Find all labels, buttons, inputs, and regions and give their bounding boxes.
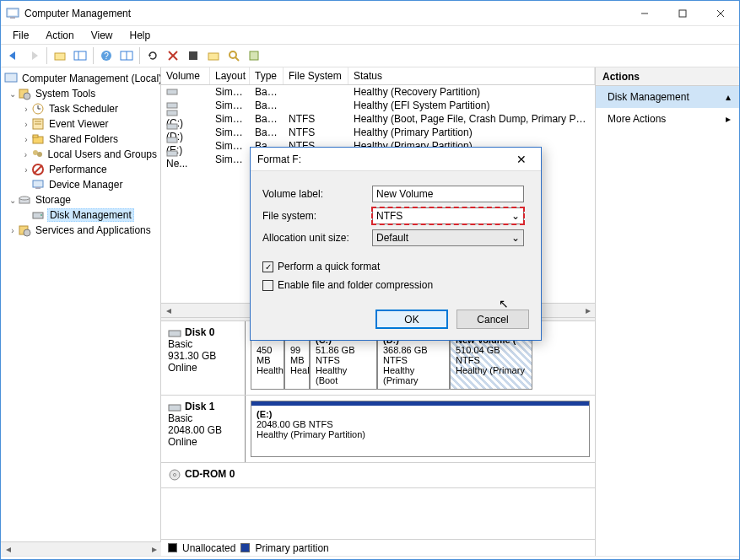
svg-marker-8	[32, 51, 38, 60]
expand-icon[interactable]: ›	[21, 105, 31, 114]
volume-row[interactable]: SimpleBasicHealthy (EFI System Partition…	[161, 99, 595, 112]
ok-button[interactable]: OK	[375, 310, 448, 329]
svg-rect-34	[33, 135, 38, 137]
delete-button[interactable]	[164, 46, 182, 65]
svg-rect-19	[189, 51, 197, 60]
disk-row-cdrom[interactable]: CD-ROM 0	[161, 463, 595, 488]
tree-local-users[interactable]: ›Local Users and Groups	[3, 147, 159, 162]
scroll-left-icon[interactable]: ◂	[161, 304, 176, 317]
svg-rect-10	[74, 51, 86, 60]
svg-point-44	[41, 214, 42, 216]
col-status[interactable]: Status	[348, 67, 595, 84]
expand-icon[interactable]: ›	[8, 226, 18, 235]
disk-row-1[interactable]: Disk 1 Basic 2048.00 GB Online (E:) 2048…	[161, 396, 595, 463]
cell-volume: Ne...	[161, 149, 210, 170]
tree-storage[interactable]: ⌄Storage	[3, 192, 159, 207]
up-button[interactable]	[51, 46, 69, 65]
expand-icon[interactable]: ›	[21, 120, 31, 129]
tool-icon-3[interactable]	[224, 46, 243, 65]
expand-icon[interactable]: ⌄	[8, 89, 18, 99]
menu-view[interactable]: View	[84, 28, 120, 43]
help-button[interactable]: ?	[97, 46, 116, 65]
menu-help[interactable]: Help	[123, 28, 158, 43]
maximize-button[interactable]	[663, 1, 701, 25]
tree-shared-folders[interactable]: ›Shared Folders	[3, 132, 159, 147]
tree-device-manager[interactable]: Device Manager	[3, 177, 159, 192]
quick-format-checkbox[interactable]: ✓ Perform a quick format	[262, 257, 529, 276]
scroll-left-icon[interactable]: ◂	[1, 542, 15, 556]
statusbar	[1, 556, 739, 559]
close-button[interactable]	[701, 1, 739, 25]
compression-checkbox[interactable]: Enable file and folder compression	[262, 276, 529, 294]
tree-root[interactable]: Computer Management (Local)	[3, 71, 159, 86]
tree-event-viewer[interactable]: ›Event Viewer	[3, 116, 159, 132]
allocation-dropdown[interactable]: Default ⌄	[372, 229, 524, 246]
disk-icon	[168, 328, 181, 338]
svg-rect-53	[169, 331, 181, 337]
svg-rect-49	[167, 110, 177, 116]
tree-system-tools[interactable]: ⌄System Tools	[3, 86, 159, 101]
actions-more[interactable]: More Actions ▸	[596, 108, 739, 130]
col-type[interactable]: Type	[250, 67, 284, 84]
dialog-titlebar[interactable]: Format F: ✕	[251, 148, 541, 171]
volume-row[interactable]: (D:)SimpleBasicNTFSHealthy (Primary Part…	[161, 126, 595, 139]
show-hide-tree-button[interactable]	[71, 46, 89, 65]
scroll-right-icon[interactable]: ▸	[147, 542, 161, 556]
disk-icon	[168, 402, 181, 412]
tool-icon[interactable]	[184, 46, 203, 65]
tool-icon-2[interactable]	[204, 46, 223, 65]
svg-rect-9	[55, 53, 65, 60]
cell-status: Healthy (Boot, Page File, Crash Dump, Pr…	[348, 113, 595, 125]
refresh-button[interactable]	[143, 46, 162, 65]
dialog-title: Format F:	[257, 153, 301, 165]
expand-icon[interactable]: ›	[21, 135, 31, 144]
tree-scrollbar[interactable]: ◂ ▸	[1, 541, 161, 556]
expand-icon[interactable]: ›	[21, 150, 30, 159]
scroll-right-icon[interactable]: ▸	[581, 304, 595, 317]
cell-layout: Simple	[210, 113, 250, 125]
svg-rect-54	[169, 405, 181, 411]
col-volume[interactable]: Volume	[161, 67, 210, 84]
cell-type: Basic	[250, 86, 284, 98]
disk0-info: Disk 0 Basic 931.30 GB Online	[161, 321, 246, 395]
legend: Unallocated Primary partition	[161, 539, 595, 556]
cell-status: Healthy (Primary Partition)	[348, 127, 595, 138]
svg-rect-48	[167, 103, 177, 108]
svg-rect-20	[208, 53, 219, 60]
actions-disk-management[interactable]: Disk Management ▴	[596, 86, 739, 108]
actions-header: Actions	[596, 67, 739, 86]
tree-task-scheduler[interactable]: ›Task Scheduler	[3, 101, 159, 116]
volume-row[interactable]: (C:)SimpleBasicNTFSHealthy (Boot, Page F…	[161, 112, 595, 126]
expand-icon[interactable]: ⌄	[8, 196, 18, 205]
forward-button[interactable]	[24, 46, 43, 65]
col-fs[interactable]: File System	[284, 67, 348, 84]
volume-header-row: Volume Layout Type File System Status	[161, 67, 595, 85]
titlebar: Computer Management	[1, 1, 739, 26]
volume-row[interactable]: SimpleBasicHealthy (Recovery Partition)	[161, 85, 595, 99]
minimize-button[interactable]	[625, 1, 663, 25]
swatch-unallocated	[168, 543, 177, 552]
nav-tree[interactable]: Computer Management (Local) ⌄System Tool…	[1, 67, 161, 556]
svg-marker-7	[9, 51, 15, 60]
expand-icon[interactable]: ›	[21, 165, 31, 175]
disk-graphical-view[interactable]: Disk 0 Basic 931.30 GB Online 450 MBHeal…	[161, 321, 595, 539]
cancel-button[interactable]: Cancel	[456, 310, 529, 329]
file-system-dropdown[interactable]: NTFS ⌄	[372, 207, 524, 224]
svg-rect-51	[167, 137, 177, 143]
app-icon	[6, 7, 19, 20]
menu-file[interactable]: File	[6, 28, 35, 43]
volume-label-input[interactable]	[372, 186, 524, 202]
partition-e[interactable]: (E:) 2048.00 GB NTFS Healthy (Primary Pa…	[251, 401, 590, 457]
svg-point-42	[19, 197, 30, 200]
tree-performance[interactable]: ›Performance	[3, 162, 159, 177]
dialog-close-button[interactable]: ✕	[509, 153, 534, 166]
col-layout[interactable]: Layout	[210, 67, 250, 84]
cell-fs: NTFS	[284, 113, 348, 125]
svg-text:?: ?	[104, 51, 109, 61]
tree-disk-management[interactable]: Disk Management	[3, 207, 159, 223]
menu-action[interactable]: Action	[39, 28, 80, 43]
properties-button[interactable]	[117, 46, 136, 65]
tree-services[interactable]: ›Services and Applications	[3, 223, 159, 238]
back-button[interactable]	[4, 46, 23, 65]
tool-icon-4[interactable]	[245, 46, 263, 65]
